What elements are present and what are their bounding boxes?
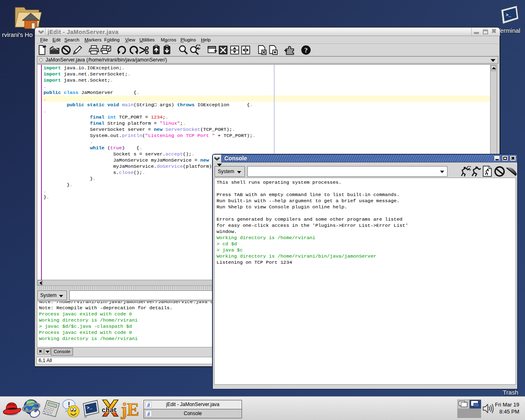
svg-text:jE: jE <box>121 399 139 419</box>
svg-text:?: ? <box>304 47 308 54</box>
svg-text:>_: >_ <box>86 405 92 411</box>
svg-text:>_: >_ <box>506 13 511 18</box>
svg-text:chat: chat <box>102 407 117 414</box>
